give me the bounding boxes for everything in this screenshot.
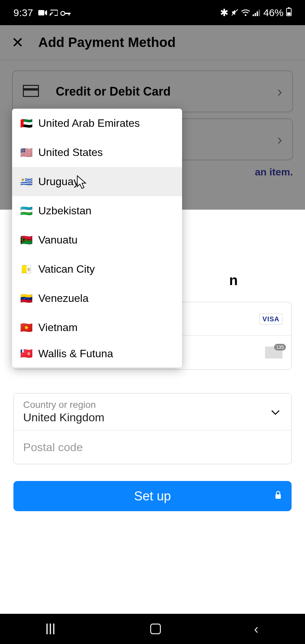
country-label: Country or region bbox=[23, 399, 96, 410]
country-option-uz[interactable]: 🇺🇿 Uzbekistan bbox=[12, 196, 182, 225]
country-option-va[interactable]: 🇻🇦 Vatican City bbox=[12, 255, 182, 284]
flag-icon: 🇦🇪 bbox=[20, 117, 32, 129]
flag-icon: 🇺🇸 bbox=[20, 147, 32, 158]
country-option-label: United States bbox=[38, 146, 103, 159]
setup-button[interactable]: Set up bbox=[13, 481, 292, 511]
recent-apps-button[interactable] bbox=[46, 624, 57, 634]
battery-icon bbox=[286, 7, 292, 18]
country-option-label: Vanuatu bbox=[38, 234, 78, 246]
svg-rect-14 bbox=[23, 88, 39, 91]
visa-badge: VISA bbox=[259, 313, 282, 324]
country-option-us[interactable]: 🇺🇸 United States bbox=[12, 138, 182, 167]
camera-icon bbox=[38, 7, 47, 18]
country-option-label: Uruguay bbox=[38, 175, 79, 188]
key-icon bbox=[60, 7, 71, 18]
svg-rect-0 bbox=[38, 10, 44, 15]
payment-option-label: Credit or Debit Card bbox=[56, 85, 260, 99]
status-bar: 9:37 ✱ 46% bbox=[0, 0, 305, 25]
back-button[interactable]: ‹ bbox=[254, 622, 258, 637]
status-time: 9:37 bbox=[13, 7, 33, 18]
flag-icon: 🇺🇾 bbox=[20, 176, 32, 187]
country-value: United Kingdom bbox=[23, 411, 104, 424]
region-form-group: Country or region United Kingdom Postal … bbox=[13, 393, 292, 464]
cvc-icon bbox=[265, 346, 282, 359]
setup-button-label: Set up bbox=[134, 489, 171, 503]
android-nav-bar: ‹ bbox=[0, 614, 305, 644]
home-button[interactable] bbox=[150, 624, 161, 634]
chevron-right-icon: › bbox=[277, 83, 282, 100]
flag-icon: 🇺🇿 bbox=[20, 205, 32, 217]
country-option-ve[interactable]: 🇻🇪 Venezuela bbox=[12, 284, 182, 313]
signal-icon bbox=[253, 7, 261, 18]
country-option-label: Venezuela bbox=[38, 292, 88, 305]
flag-icon: 🇻🇦 bbox=[20, 263, 32, 275]
postal-code-field[interactable]: Postal code bbox=[14, 430, 291, 464]
country-select[interactable]: Country or region United Kingdom bbox=[14, 393, 291, 430]
cast-icon bbox=[50, 7, 58, 18]
svg-rect-8 bbox=[257, 11, 258, 16]
page-title: Add Payment Method bbox=[38, 35, 176, 50]
svg-rect-12 bbox=[287, 12, 291, 15]
flag-icon: 🇼🇫 bbox=[20, 347, 32, 359]
payment-option-card[interactable]: Credit or Debit Card › bbox=[12, 70, 293, 112]
svg-point-5 bbox=[245, 14, 246, 16]
credit-card-icon bbox=[23, 85, 39, 98]
close-icon[interactable]: ✕ bbox=[10, 34, 25, 51]
country-option-vu[interactable]: 🇻🇺 Vanuatu bbox=[12, 225, 182, 255]
svg-rect-15 bbox=[275, 494, 281, 499]
country-option-label: Uzbekistan bbox=[38, 205, 91, 217]
flag-icon: 🇻🇳 bbox=[20, 322, 32, 333]
battery-percent: 46% bbox=[263, 7, 284, 18]
flag-icon: 🇻🇪 bbox=[20, 292, 32, 304]
svg-point-1 bbox=[61, 11, 65, 15]
flag-icon: 🇻🇺 bbox=[20, 234, 32, 246]
postal-placeholder: Postal code bbox=[23, 441, 83, 454]
lock-icon bbox=[275, 491, 281, 501]
country-dropdown[interactable]: 🇦🇪 United Arab Emirates 🇺🇸 United States… bbox=[12, 109, 182, 368]
chevron-right-icon: › bbox=[277, 131, 282, 148]
country-option-wf[interactable]: 🇼🇫 Wallis & Futuna bbox=[12, 342, 182, 362]
svg-rect-6 bbox=[253, 14, 254, 16]
bluetooth-icon: ✱ bbox=[220, 7, 228, 18]
country-option-label: Vatican City bbox=[38, 263, 95, 275]
country-option-vn[interactable]: 🇻🇳 Vietnam bbox=[12, 313, 182, 342]
svg-rect-3 bbox=[69, 13, 70, 15]
country-option-label: Vietnam bbox=[38, 321, 78, 334]
country-option-label: Wallis & Futuna bbox=[38, 347, 113, 360]
wifi-icon bbox=[241, 7, 250, 18]
mute-icon bbox=[231, 7, 238, 18]
country-option-ae[interactable]: 🇦🇪 United Arab Emirates bbox=[12, 109, 182, 138]
svg-rect-9 bbox=[259, 10, 260, 16]
svg-rect-7 bbox=[255, 13, 256, 16]
header: ✕ Add Payment Method bbox=[0, 25, 305, 60]
country-option-label: United Arab Emirates bbox=[38, 117, 140, 129]
svg-rect-13 bbox=[23, 85, 39, 97]
chevron-down-icon bbox=[271, 406, 280, 418]
country-option-uy[interactable]: 🇺🇾 Uruguay bbox=[12, 167, 182, 196]
svg-rect-2 bbox=[65, 13, 71, 14]
